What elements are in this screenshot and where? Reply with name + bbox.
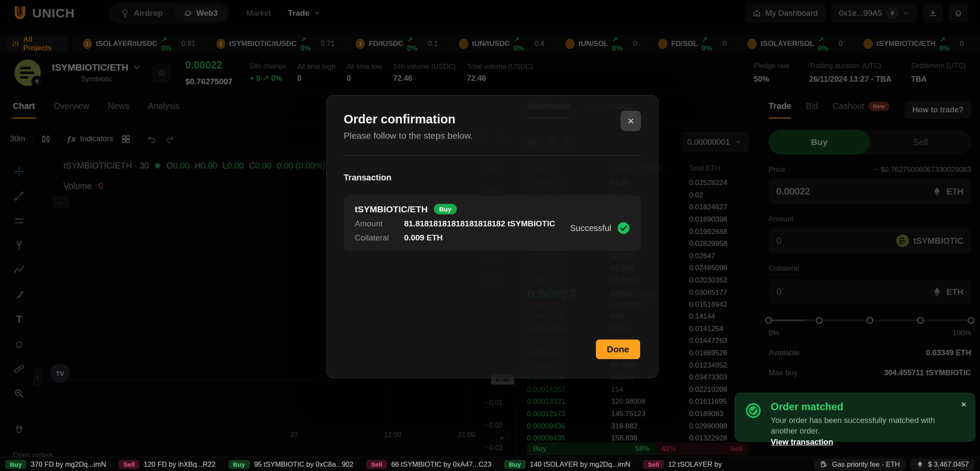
trading-app: UNICH Airdrop Web3 Market Trade My Dashb…	[0, 0, 980, 471]
done-button[interactable]: Done	[596, 340, 641, 359]
trade-text: 66 tSYMBIOTIC by 0xA47...C23	[391, 460, 492, 468]
eth-price-indicator[interactable]: $ 3,467.0457	[910, 459, 975, 470]
trade-side-badge: Buy	[5, 460, 26, 469]
recent-trades: Buy 370 FD by mg2Dq...imN Sell 120 FD by…	[5, 460, 722, 469]
toast-title: Order matched	[771, 401, 966, 413]
trade-side-badge: Buy	[504, 460, 525, 469]
trade-text: 12 tSOLAYER by	[668, 460, 722, 468]
toast-close-button[interactable]: ×	[961, 399, 966, 410]
recent-trades-bar: Buy 370 FD by mg2Dq...imN Sell 120 FD by…	[0, 457, 980, 471]
trade-text: 95 tSYMBIOTIC by 0xC8a...902	[254, 460, 353, 468]
recent-trade-item[interactable]: Buy 140 tSOLAYER by mg2Dq...imN	[504, 460, 630, 469]
trade-side-badge: Sell	[366, 460, 387, 469]
trade-side-badge: Sell	[643, 460, 664, 469]
trade-text: 120 FD by ihXBq...R22	[144, 460, 216, 468]
recent-trade-item[interactable]: Sell 66 tSYMBIOTIC by 0xA47...C23	[366, 460, 491, 469]
recent-trade-item[interactable]: Buy 95 tSYMBIOTIC by 0xC8a...902	[228, 460, 353, 469]
collateral-label: Collateral	[355, 233, 395, 243]
trade-side-badge: Sell	[119, 460, 140, 469]
transaction-section-label: Transaction	[344, 173, 641, 183]
modal-subtitle: Please follow to the steps below.	[344, 131, 641, 141]
divider	[344, 155, 641, 156]
success-check-icon	[745, 402, 761, 419]
amount-label: Amount	[355, 219, 395, 228]
modal-close-button[interactable]: ×	[621, 111, 641, 131]
trade-text: 370 FD by mg2Dq...imN	[31, 460, 106, 468]
eth-icon	[916, 460, 924, 468]
transaction-collateral-row: Collateral 0.009 ETH	[355, 233, 630, 243]
recent-trade-item[interactable]: Buy 370 FD by mg2Dq...imN	[5, 460, 106, 469]
amount-value: 81.81818181818181818182 tSYMBIOTIC	[404, 219, 555, 228]
success-check-icon	[617, 222, 630, 234]
gas-fee-label: Gas priority fee - ETH	[832, 460, 900, 468]
trade-side-badge: Buy	[228, 460, 250, 469]
toast-body: Your order has been successfully matched…	[771, 415, 962, 437]
gas-pump-icon	[820, 460, 828, 468]
modal-title: Order confirmation	[344, 112, 641, 126]
trade-text: 140 tSOLAYER by mg2Dq...imN	[530, 460, 630, 468]
eth-price-value: $ 3,467.0457	[928, 460, 969, 468]
order-matched-toast: Order matched Your order has been succes…	[735, 393, 975, 442]
recent-trade-item[interactable]: Sell 120 FD by ihXBq...R22	[119, 460, 215, 469]
order-confirmation-modal: Order confirmation Please follow to the …	[326, 95, 658, 378]
transaction-card: tSYMBIOTIC/ETH Buy Amount 81.81818181818…	[344, 195, 641, 251]
transaction-pair: tSYMBIOTIC/ETH	[355, 204, 428, 214]
recent-trade-item[interactable]: Sell 12 tSOLAYER by	[643, 460, 722, 469]
collateral-value: 0.009 ETH	[404, 233, 443, 243]
buy-side-badge: Buy	[434, 204, 457, 214]
status-text: Successful	[570, 223, 611, 233]
transaction-status: Successful	[570, 222, 630, 234]
view-transaction-link[interactable]: View transaction	[771, 437, 833, 447]
gas-fee-indicator[interactable]: Gas priority fee - ETH	[814, 459, 906, 470]
